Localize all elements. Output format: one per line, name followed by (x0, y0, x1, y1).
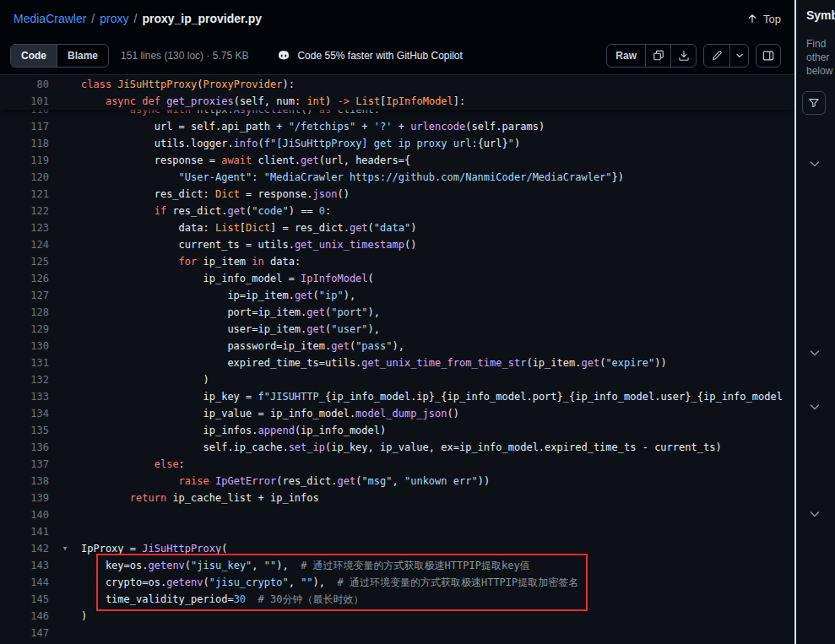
edit-button[interactable] (704, 45, 729, 67)
chevron-down-icon[interactable] (808, 507, 821, 521)
line-number[interactable]: 118 (0, 135, 49, 152)
code-line: 133 ip_key = f"JISUHTTP_{ip_info_model.i… (0, 388, 794, 405)
line-number[interactable]: 126 (0, 270, 49, 287)
code-text: IpProxy = JiSuHttpProxy( (81, 540, 227, 557)
line-number[interactable]: 125 (0, 253, 49, 270)
fold-gutter (49, 321, 81, 338)
edit-group (703, 44, 749, 68)
line-number[interactable]: 133 (0, 388, 49, 405)
chevron-down-icon[interactable] (808, 157, 821, 170)
code-line: 142▾IpProxy = JiSuHttpProxy( (0, 540, 794, 557)
line-number[interactable]: 127 (0, 287, 49, 304)
copilot-banner[interactable]: Code 55% faster with GitHub Copilot (277, 49, 462, 62)
code-line: 120 "User-Agent": "MediaCrawler https://… (0, 169, 794, 186)
line-number[interactable]: 144 (0, 574, 49, 591)
download-button[interactable] (670, 45, 696, 67)
fold-chevron-down-icon[interactable]: ▾ (49, 540, 81, 557)
code-line: 128 port=ip_item.get("port"), (0, 304, 794, 321)
code-line: 131 expired_time_ts=utils.get_unix_time_… (0, 354, 794, 371)
line-number[interactable]: 136 (0, 439, 49, 456)
symbols-panel-description: Find other below (806, 37, 832, 78)
code-text: ip_info_model = IpInfoModel( (81, 270, 374, 287)
tab-code[interactable]: Code (11, 45, 57, 67)
line-number[interactable]: 146 (0, 608, 49, 625)
filter-icon (808, 97, 820, 109)
code-text: self.ip_cache.set_ip(ip_key, ip_value, e… (81, 439, 722, 456)
breadcrumb-repo-link[interactable]: MediaCrawler (14, 12, 86, 25)
line-number[interactable]: 141 (0, 523, 49, 540)
code-text: for ip_item in data: (81, 253, 301, 270)
fold-gutter (49, 135, 81, 152)
fold-gutter (49, 152, 81, 169)
line-number[interactable]: 145 (0, 591, 49, 608)
line-number[interactable]: 124 (0, 236, 49, 253)
code-text: async def get_proxies(self, num: int) ->… (81, 93, 465, 110)
breadcrumb-folder-link[interactable]: proxy (100, 12, 128, 25)
chevron-down-icon (735, 51, 745, 61)
fold-gutter (49, 439, 81, 456)
code-text: ) (81, 608, 87, 625)
line-number[interactable]: 147 (0, 625, 49, 641)
code-line: 137 else: (0, 456, 794, 473)
copilot-icon (277, 49, 290, 62)
breadcrumb-separator: / (91, 12, 95, 25)
scroll-to-top-label: Top (763, 13, 781, 25)
pencil-icon (711, 50, 723, 62)
code-text: utils.logger.info(f"[JiSuHttpProxy] get … (81, 135, 520, 152)
code-blame-switch: Code Blame (10, 44, 109, 68)
line-number[interactable]: 130 (0, 338, 49, 354)
symbols-panel-toggle-button[interactable] (756, 44, 781, 68)
description-line: other (806, 51, 832, 64)
line-number[interactable]: 101 (0, 93, 49, 110)
line-number[interactable]: 143 (0, 557, 49, 574)
line-number[interactable]: 80 (0, 76, 49, 93)
code-text: key=os.getenv("jisu_key", ""), # 通过环境变量的… (81, 557, 530, 574)
code-text: if res_dict.get("code") == 0: (81, 203, 331, 219)
line-number[interactable]: 129 (0, 321, 49, 338)
code-line: 80class JiSuHttpProxy(ProxyProvider): (0, 76, 794, 93)
breadcrumb-file-name: proxy_ip_provider.py (142, 12, 262, 25)
code-text: current_ts = utils.get_unix_timestamp() (81, 236, 416, 253)
code-line: 123 data: List[Dict] = res_dict.get("dat… (0, 219, 794, 236)
line-number[interactable]: 128 (0, 304, 49, 321)
code-text: response = await client.get(url, headers… (81, 152, 410, 169)
symbols-panel: Symbols Find other below (796, 0, 835, 644)
fold-gutter (49, 473, 81, 490)
line-number[interactable]: 139 (0, 490, 49, 506)
line-number[interactable]: 117 (0, 118, 49, 135)
fold-gutter (49, 338, 81, 354)
copy-button[interactable] (645, 45, 670, 67)
line-number[interactable]: 119 (0, 152, 49, 169)
github-file-view: MediaCrawler/proxy/proxy_ip_provider.py … (0, 0, 835, 644)
scroll-to-top-button[interactable]: Top (746, 13, 781, 25)
chevron-down-icon[interactable] (808, 400, 821, 414)
line-number[interactable]: 135 (0, 422, 49, 439)
line-number[interactable]: 131 (0, 354, 49, 371)
panel-resize-divider[interactable] (794, 0, 796, 644)
line-number[interactable]: 122 (0, 203, 49, 219)
code-line: 144 crypto=os.getenv("jisu_crypto", ""),… (0, 574, 794, 591)
filter-symbols-button[interactable] (802, 91, 826, 115)
code-text: user=ip_item.get("user"), (81, 321, 380, 338)
code-line: 132 ) (0, 371, 794, 388)
tab-blame[interactable]: Blame (57, 45, 108, 67)
copy-icon (653, 50, 664, 62)
line-number[interactable]: 138 (0, 473, 49, 490)
code-text: crypto=os.getenv("jisu_crypto", ""), # 通… (81, 574, 578, 591)
raw-button[interactable]: Raw (607, 45, 645, 67)
line-number[interactable]: 137 (0, 456, 49, 473)
line-number[interactable]: 123 (0, 219, 49, 236)
chevron-down-icon[interactable] (808, 346, 821, 360)
line-number[interactable]: 134 (0, 405, 49, 422)
file-header: MediaCrawler/proxy/proxy_ip_provider.py … (0, 0, 794, 37)
line-number[interactable]: 120 (0, 169, 49, 186)
line-number[interactable]: 132 (0, 371, 49, 388)
fold-gutter (49, 557, 81, 574)
line-number[interactable]: 121 (0, 186, 49, 203)
arrow-up-icon (746, 13, 758, 24)
code-text: time_validity_period=30 # 30分钟（最长时效） (81, 591, 363, 608)
edit-dropdown-button[interactable] (729, 45, 748, 67)
line-number[interactable]: 142 (0, 540, 49, 557)
line-number[interactable]: 140 (0, 506, 49, 523)
code-text: return ip_cache_list + ip_infos (81, 490, 319, 506)
